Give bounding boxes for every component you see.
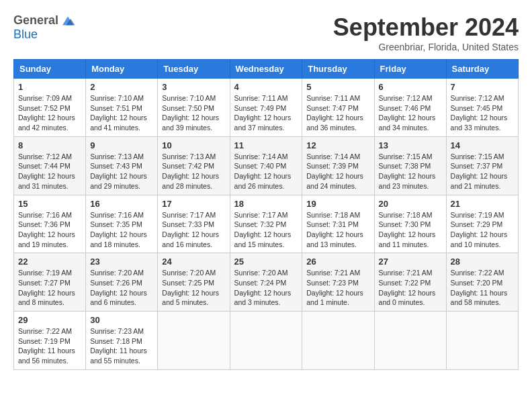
calendar-cell: 27Sunrise: 7:21 AM Sunset: 7:22 PM Dayli… [374, 253, 446, 312]
day-number: 29 [18, 315, 81, 325]
day-number: 24 [162, 257, 225, 267]
day-info: Sunrise: 7:23 AM Sunset: 7:18 PM Dayligh… [90, 326, 153, 366]
day-number: 25 [234, 257, 298, 267]
day-info: Sunrise: 7:10 AM Sunset: 7:50 PM Dayligh… [162, 93, 225, 133]
calendar-header: SundayMondayTuesdayWednesdayThursdayFrid… [14, 60, 519, 79]
calendar-cell: 21Sunrise: 7:19 AM Sunset: 7:29 PM Dayli… [446, 195, 518, 253]
day-number: 16 [90, 199, 153, 209]
calendar-cell: 17Sunrise: 7:17 AM Sunset: 7:33 PM Dayli… [158, 195, 230, 253]
day-info: Sunrise: 7:11 AM Sunset: 7:49 PM Dayligh… [234, 93, 298, 133]
day-number: 20 [379, 199, 442, 209]
day-info: Sunrise: 7:12 AM Sunset: 7:44 PM Dayligh… [18, 152, 81, 191]
day-number: 27 [379, 257, 442, 267]
calendar-cell: 22Sunrise: 7:19 AM Sunset: 7:27 PM Dayli… [14, 253, 86, 312]
day-number: 22 [18, 257, 81, 267]
calendar-cell: 4Sunrise: 7:11 AM Sunset: 7:49 PM Daylig… [230, 79, 302, 137]
day-number: 26 [306, 257, 369, 267]
day-info: Sunrise: 7:14 AM Sunset: 7:39 PM Dayligh… [306, 152, 369, 191]
day-info: Sunrise: 7:15 AM Sunset: 7:37 PM Dayligh… [451, 152, 514, 191]
column-header-thursday: Thursday [302, 60, 374, 79]
month-title: September 2024 [333, 13, 519, 42]
column-header-monday: Monday [86, 60, 158, 79]
location: Greenbriar, Florida, United States [333, 42, 519, 52]
title-area: September 2024 Greenbriar, Florida, Unit… [333, 13, 519, 52]
header: General Blue September 2024 Greenbriar, … [13, 13, 519, 52]
day-info: Sunrise: 7:14 AM Sunset: 7:40 PM Dayligh… [234, 152, 298, 191]
day-number: 23 [90, 257, 153, 267]
calendar-cell: 10Sunrise: 7:13 AM Sunset: 7:42 PM Dayli… [158, 136, 230, 195]
calendar-cell [374, 312, 446, 370]
day-info: Sunrise: 7:13 AM Sunset: 7:43 PM Dayligh… [90, 152, 153, 191]
week-row-3: 15Sunrise: 7:16 AM Sunset: 7:36 PM Dayli… [14, 195, 519, 253]
calendar-cell: 1Sunrise: 7:09 AM Sunset: 7:52 PM Daylig… [14, 79, 86, 137]
week-row-4: 22Sunrise: 7:19 AM Sunset: 7:27 PM Dayli… [14, 253, 519, 312]
header-row: SundayMondayTuesdayWednesdayThursdayFrid… [14, 60, 519, 79]
day-number: 19 [306, 199, 369, 209]
calendar-cell: 26Sunrise: 7:21 AM Sunset: 7:23 PM Dayli… [302, 253, 374, 312]
calendar-cell: 15Sunrise: 7:16 AM Sunset: 7:36 PM Dayli… [14, 195, 86, 253]
day-number: 3 [162, 82, 225, 92]
calendar-cell: 13Sunrise: 7:15 AM Sunset: 7:38 PM Dayli… [374, 136, 446, 195]
calendar-cell: 18Sunrise: 7:17 AM Sunset: 7:32 PM Dayli… [230, 195, 302, 253]
day-number: 6 [379, 82, 442, 92]
day-number: 21 [451, 199, 514, 209]
day-number: 13 [379, 140, 442, 150]
calendar-body: 1Sunrise: 7:09 AM Sunset: 7:52 PM Daylig… [14, 79, 519, 370]
column-header-friday: Friday [374, 60, 446, 79]
day-number: 15 [18, 199, 81, 209]
column-header-saturday: Saturday [446, 60, 518, 79]
calendar-cell [446, 312, 518, 370]
day-info: Sunrise: 7:13 AM Sunset: 7:42 PM Dayligh… [162, 152, 225, 191]
day-info: Sunrise: 7:19 AM Sunset: 7:29 PM Dayligh… [451, 210, 514, 250]
day-number: 18 [234, 199, 298, 209]
column-header-tuesday: Tuesday [158, 60, 230, 79]
day-number: 10 [162, 140, 225, 150]
calendar-cell: 14Sunrise: 7:15 AM Sunset: 7:37 PM Dayli… [446, 136, 518, 195]
logo: General Blue [13, 13, 76, 42]
calendar-cell: 3Sunrise: 7:10 AM Sunset: 7:50 PM Daylig… [158, 79, 230, 137]
day-number: 12 [306, 140, 369, 150]
day-info: Sunrise: 7:12 AM Sunset: 7:45 PM Dayligh… [451, 93, 514, 133]
day-info: Sunrise: 7:22 AM Sunset: 7:20 PM Dayligh… [451, 268, 514, 308]
calendar-cell: 19Sunrise: 7:18 AM Sunset: 7:31 PM Dayli… [302, 195, 374, 253]
calendar-cell [158, 312, 230, 370]
calendar-cell: 28Sunrise: 7:22 AM Sunset: 7:20 PM Dayli… [446, 253, 518, 312]
logo-icon [60, 14, 76, 28]
calendar-cell: 11Sunrise: 7:14 AM Sunset: 7:40 PM Dayli… [230, 136, 302, 195]
day-info: Sunrise: 7:12 AM Sunset: 7:46 PM Dayligh… [379, 93, 442, 133]
calendar-cell: 16Sunrise: 7:16 AM Sunset: 7:35 PM Dayli… [86, 195, 158, 253]
day-number: 4 [234, 82, 298, 92]
calendar-cell: 8Sunrise: 7:12 AM Sunset: 7:44 PM Daylig… [14, 136, 86, 195]
day-info: Sunrise: 7:18 AM Sunset: 7:31 PM Dayligh… [306, 210, 369, 250]
day-info: Sunrise: 7:20 AM Sunset: 7:24 PM Dayligh… [234, 268, 298, 308]
calendar-cell: 5Sunrise: 7:11 AM Sunset: 7:47 PM Daylig… [302, 79, 374, 137]
calendar-cell: 6Sunrise: 7:12 AM Sunset: 7:46 PM Daylig… [374, 79, 446, 137]
logo-blue-text: Blue [13, 28, 38, 41]
day-info: Sunrise: 7:10 AM Sunset: 7:51 PM Dayligh… [90, 93, 153, 133]
day-number: 1 [18, 82, 81, 92]
day-info: Sunrise: 7:16 AM Sunset: 7:36 PM Dayligh… [18, 210, 81, 250]
day-info: Sunrise: 7:17 AM Sunset: 7:32 PM Dayligh… [234, 210, 298, 250]
calendar-cell: 24Sunrise: 7:20 AM Sunset: 7:25 PM Dayli… [158, 253, 230, 312]
day-number: 5 [306, 82, 369, 92]
day-number: 30 [90, 315, 153, 325]
day-number: 8 [18, 140, 81, 150]
calendar-cell: 7Sunrise: 7:12 AM Sunset: 7:45 PM Daylig… [446, 79, 518, 137]
day-info: Sunrise: 7:09 AM Sunset: 7:52 PM Dayligh… [18, 93, 81, 133]
day-number: 7 [451, 82, 514, 92]
calendar-cell [302, 312, 374, 370]
day-number: 17 [162, 199, 225, 209]
calendar-table: SundayMondayTuesdayWednesdayThursdayFrid… [13, 59, 519, 370]
column-header-sunday: Sunday [14, 60, 86, 79]
calendar-cell [230, 312, 302, 370]
day-number: 28 [451, 257, 514, 267]
calendar-cell: 20Sunrise: 7:18 AM Sunset: 7:30 PM Dayli… [374, 195, 446, 253]
calendar-cell: 12Sunrise: 7:14 AM Sunset: 7:39 PM Dayli… [302, 136, 374, 195]
day-number: 11 [234, 140, 298, 150]
week-row-2: 8Sunrise: 7:12 AM Sunset: 7:44 PM Daylig… [14, 136, 519, 195]
calendar-cell: 9Sunrise: 7:13 AM Sunset: 7:43 PM Daylig… [86, 136, 158, 195]
week-row-1: 1Sunrise: 7:09 AM Sunset: 7:52 PM Daylig… [14, 79, 519, 137]
logo-general-text: General [13, 13, 58, 28]
day-number: 2 [90, 82, 153, 92]
calendar-cell: 25Sunrise: 7:20 AM Sunset: 7:24 PM Dayli… [230, 253, 302, 312]
